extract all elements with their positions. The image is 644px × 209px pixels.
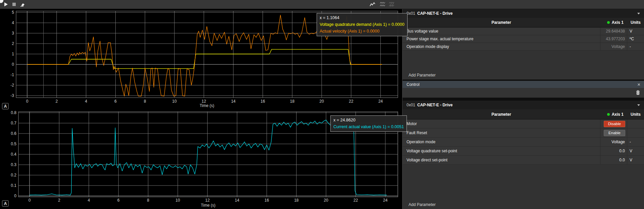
play-icon: [4, 2, 8, 7]
x-tick-label: 20: [319, 99, 324, 104]
x-tick-label: 14: [231, 99, 236, 104]
add-parameter-button[interactable]: Add Parameter: [402, 200, 644, 209]
stop-button[interactable]: [11, 1, 17, 7]
param-value[interactable]: 0.0: [600, 156, 627, 164]
table-row: Power stage max. actual temperature 43.9…: [402, 35, 644, 43]
control-toolbar: [402, 88, 644, 98]
split-charts-icon: [380, 2, 385, 7]
y-tick-label: -1: [10, 72, 14, 77]
x-axis-label: Time (s): [200, 103, 214, 108]
param-unit: [627, 119, 644, 128]
param-value[interactable]: Voltage: [600, 138, 627, 146]
param-value: Voltage: [600, 43, 627, 50]
y-tick-label: -2: [10, 83, 14, 88]
table-row: Bus voltage value 29.648438 V: [402, 28, 644, 35]
y-tick-label: 0.8: [11, 110, 16, 115]
y-tick-label: 5: [12, 10, 14, 15]
axis-status-dot: [607, 113, 610, 116]
x-tick-label: 16: [265, 198, 269, 203]
clear-button[interactable]: [19, 1, 25, 7]
x-tick-label: 6: [117, 198, 120, 203]
tooltip-x-value: x = 1.1064: [320, 14, 405, 21]
device-name: CAP-NET-E - Drive: [417, 103, 452, 107]
tooltip-series-value: Current actual value (Axis 1) = 0.0051: [333, 123, 404, 130]
y-tick-label: 0.2: [11, 173, 16, 177]
column-axis: Axis 1: [600, 112, 627, 117]
chevron-down-icon[interactable]: [637, 13, 640, 14]
param-action-cell: Disable: [600, 119, 627, 128]
device-header-watch[interactable]: 0x01 CAP-NET-E - Drive: [402, 9, 644, 18]
chevron-down-icon[interactable]: [637, 104, 640, 106]
x-tick-label: 16: [261, 99, 265, 104]
fault-reset-enable-button[interactable]: Enable: [604, 130, 625, 136]
tooltip-x-value: x = 24.8620: [333, 117, 404, 123]
y-tick-label: 0: [14, 194, 16, 198]
param-unit: -: [627, 43, 644, 50]
control-window-bar[interactable]: Control ×: [402, 81, 644, 88]
column-axis: Axis 1: [600, 20, 627, 25]
y-tick-label: 2: [12, 41, 14, 46]
merged-charts-view-button[interactable]: [388, 1, 395, 7]
single-chart-view-button[interactable]: [369, 1, 376, 7]
param-label: Voltage direct set-point: [402, 156, 600, 164]
param-unit: V: [627, 28, 644, 35]
x-tick-label: 10: [172, 99, 177, 104]
column-parameter: Parameter: [402, 112, 600, 117]
y-tick-label: 0.3: [11, 162, 16, 167]
x-tick-label: 22: [354, 198, 358, 203]
x-tick-label: 20: [324, 198, 328, 203]
param-label: Operation mode: [402, 138, 600, 146]
x-tick-label: 0: [29, 198, 31, 203]
tooltip-series-value: Voltage quadrature demand (Axis 1) = 0.0…: [320, 21, 405, 28]
table-row: Motor Disable: [402, 119, 644, 128]
param-value: 29.648438: [600, 28, 627, 35]
split-charts-view-button[interactable]: [379, 1, 386, 7]
device-header-control[interactable]: 0x01 CAP-NET-E - Drive: [402, 101, 644, 109]
table-row: Operation mode display Voltage -: [402, 43, 644, 51]
y-tick-label: 0.4: [11, 152, 16, 157]
stop-icon: [12, 3, 16, 6]
x-tick-label: 10: [175, 198, 180, 203]
x-tick-label: 24: [378, 99, 383, 104]
x-tick-label: 8: [144, 99, 146, 104]
autoscale-button-top[interactable]: A: [2, 103, 9, 109]
motor-disable-button[interactable]: Disable: [604, 121, 625, 127]
autoscale-button-bottom[interactable]: A: [2, 200, 9, 207]
param-label: Power stage max. actual temperature: [402, 35, 600, 43]
axis-label: Axis 1: [612, 20, 624, 25]
x-tick-label: 6: [114, 99, 117, 104]
table-row: Voltage direct set-point 0.0 V: [402, 156, 644, 165]
trash-icon[interactable]: [636, 90, 640, 95]
y-tick-label: 4: [12, 20, 14, 25]
param-label: Voltage quadrature set-point: [402, 147, 600, 155]
y-tick-label: 0.7: [11, 121, 16, 125]
x-tick-label: 4: [88, 198, 90, 203]
y-tick-label: 0.5: [11, 142, 16, 146]
close-icon[interactable]: ×: [637, 81, 640, 88]
merged-charts-icon: [389, 2, 395, 7]
x-tick-label: 2: [55, 99, 58, 104]
param-label: Fault Reset: [402, 128, 600, 137]
y-tick-label: 0.6: [11, 131, 16, 136]
scope-area: 024681012141618202224543210-1-2-3Time (s…: [0, 0, 402, 209]
x-tick-label: 18: [290, 99, 295, 104]
param-value[interactable]: 0.0: [600, 147, 627, 155]
table-row: Operation mode Voltage -: [402, 138, 644, 147]
control-window-title: Control: [402, 82, 420, 87]
app-window: 024681012141618202224543210-1-2-3Time (s…: [0, 0, 644, 209]
column-units: Units: [627, 112, 644, 117]
x-tick-label: 12: [202, 99, 206, 104]
param-label: Bus voltage value: [402, 28, 600, 35]
y-tick-label: -3: [10, 93, 14, 98]
param-label: Operation mode display: [402, 43, 600, 50]
cursor-tooltip-top: x = 1.1064 Voltage quadrature demand (Ax…: [317, 13, 408, 36]
scope-toolbar: [0, 0, 644, 9]
x-tick-label: 8: [147, 198, 149, 203]
tooltip-series-value: Actual velocity (Axis 1) = 0.0000: [320, 28, 405, 35]
y-tick-label: 0: [12, 62, 14, 67]
add-parameter-button[interactable]: Add Parameter: [402, 71, 644, 80]
table-header-control: Parameter Axis 1 Units: [402, 109, 644, 119]
x-axis-label: Time (s): [201, 203, 216, 208]
play-button[interactable]: [3, 1, 9, 7]
param-value: 43.977203: [600, 35, 627, 43]
